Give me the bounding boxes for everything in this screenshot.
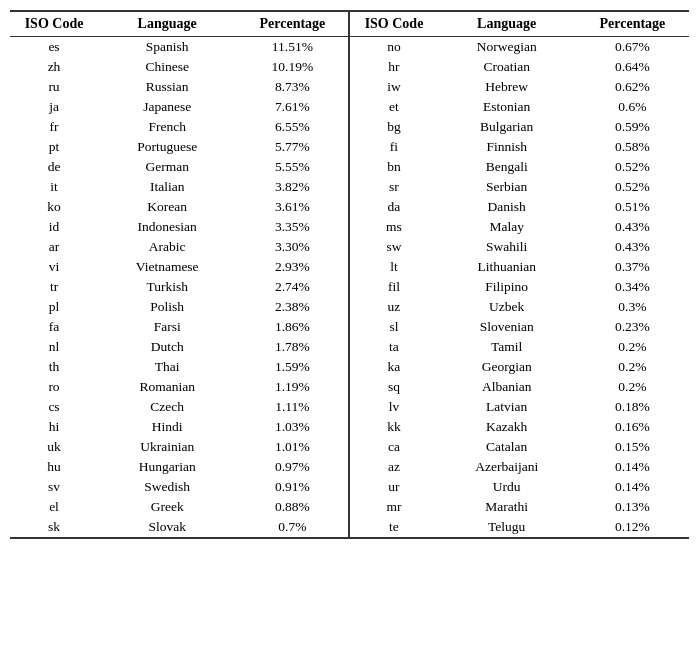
cell-language-left: Turkish [98,277,236,297]
table-row: plPolish2.38%uzUzbek0.3% [10,297,689,317]
cell-language-right: Uzbek [438,297,576,317]
cell-percentage-left: 5.55% [236,157,349,177]
cell-language-right: Filipino [438,277,576,297]
cell-percentage-left: 1.11% [236,397,349,417]
cell-language-left: Slovak [98,517,236,538]
cell-language-right: Catalan [438,437,576,457]
cell-percentage-left: 1.78% [236,337,349,357]
cell-iso-right: uz [349,297,437,317]
table-row: idIndonesian3.35%msMalay0.43% [10,217,689,237]
cell-percentage-right: 0.52% [576,177,689,197]
cell-iso-right: fi [349,137,437,157]
table-row: csCzech1.11%lvLatvian0.18% [10,397,689,417]
cell-iso-left: tr [10,277,98,297]
cell-iso-left: id [10,217,98,237]
cell-language-left: Chinese [98,57,236,77]
cell-language-right: Hebrew [438,77,576,97]
table-row: ruRussian8.73%iwHebrew0.62% [10,77,689,97]
cell-percentage-right: 0.64% [576,57,689,77]
cell-percentage-right: 0.15% [576,437,689,457]
cell-language-left: Romanian [98,377,236,397]
cell-language-left: Spanish [98,37,236,58]
cell-language-right: Swahili [438,237,576,257]
cell-language-right: Latvian [438,397,576,417]
cell-iso-right: sw [349,237,437,257]
cell-iso-left: sv [10,477,98,497]
cell-language-right: Norwegian [438,37,576,58]
cell-iso-right: ta [349,337,437,357]
cell-percentage-right: 0.2% [576,377,689,397]
cell-percentage-left: 0.7% [236,517,349,538]
cell-iso-left: hu [10,457,98,477]
table-row: itItalian3.82%srSerbian0.52% [10,177,689,197]
cell-language-left: Russian [98,77,236,97]
cell-percentage-right: 0.58% [576,137,689,157]
cell-iso-left: sk [10,517,98,538]
header-iso-right: ISO Code [349,11,437,37]
cell-iso-right: sl [349,317,437,337]
cell-percentage-left: 3.82% [236,177,349,197]
cell-percentage-right: 0.62% [576,77,689,97]
cell-percentage-left: 0.88% [236,497,349,517]
cell-language-left: Hindi [98,417,236,437]
cell-language-left: Ukrainian [98,437,236,457]
table-row: hiHindi1.03%kkKazakh0.16% [10,417,689,437]
cell-iso-right: ur [349,477,437,497]
cell-iso-left: ko [10,197,98,217]
cell-language-right: Albanian [438,377,576,397]
cell-percentage-left: 1.86% [236,317,349,337]
cell-percentage-left: 3.61% [236,197,349,217]
cell-iso-right: fil [349,277,437,297]
cell-iso-right: no [349,37,437,58]
cell-iso-left: nl [10,337,98,357]
cell-iso-left: ru [10,77,98,97]
cell-language-left: Vietnamese [98,257,236,277]
cell-iso-right: ca [349,437,437,457]
cell-iso-left: fr [10,117,98,137]
header-row: ISO Code Language Percentage ISO Code La… [10,11,689,37]
cell-iso-right: ka [349,357,437,377]
cell-iso-left: el [10,497,98,517]
cell-language-right: Marathi [438,497,576,517]
table-row: ptPortuguese5.77%fiFinnish0.58% [10,137,689,157]
cell-percentage-right: 0.34% [576,277,689,297]
cell-language-right: Serbian [438,177,576,197]
cell-percentage-left: 5.77% [236,137,349,157]
cell-percentage-right: 0.67% [576,37,689,58]
cell-percentage-left: 2.74% [236,277,349,297]
cell-percentage-right: 0.13% [576,497,689,517]
cell-iso-left: uk [10,437,98,457]
cell-language-left: Italian [98,177,236,197]
cell-percentage-right: 0.14% [576,477,689,497]
cell-percentage-right: 0.16% [576,417,689,437]
cell-language-left: Indonesian [98,217,236,237]
cell-iso-left: fa [10,317,98,337]
cell-percentage-left: 1.01% [236,437,349,457]
table-row: jaJapanese7.61%etEstonian0.6% [10,97,689,117]
cell-iso-right: lv [349,397,437,417]
cell-iso-right: da [349,197,437,217]
table-row: elGreek0.88%mrMarathi0.13% [10,497,689,517]
cell-iso-left: cs [10,397,98,417]
cell-percentage-left: 1.19% [236,377,349,397]
cell-iso-left: th [10,357,98,377]
table-row: esSpanish11.51%noNorwegian0.67% [10,37,689,58]
cell-language-right: Georgian [438,357,576,377]
cell-language-left: Arabic [98,237,236,257]
cell-iso-left: de [10,157,98,177]
cell-percentage-left: 11.51% [236,37,349,58]
cell-language-right: Azerbaijani [438,457,576,477]
cell-language-left: Swedish [98,477,236,497]
table-row: deGerman5.55%bnBengali0.52% [10,157,689,177]
cell-language-left: Thai [98,357,236,377]
cell-percentage-left: 3.35% [236,217,349,237]
cell-language-right: Kazakh [438,417,576,437]
cell-percentage-left: 2.38% [236,297,349,317]
cell-language-right: Croatian [438,57,576,77]
cell-iso-left: pl [10,297,98,317]
cell-percentage-left: 7.61% [236,97,349,117]
cell-percentage-right: 0.23% [576,317,689,337]
cell-iso-right: ms [349,217,437,237]
cell-percentage-left: 10.19% [236,57,349,77]
cell-iso-right: kk [349,417,437,437]
